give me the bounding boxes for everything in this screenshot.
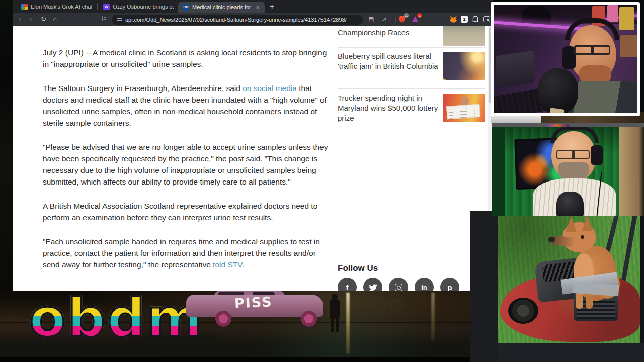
new-tab-button[interactable]: + bbox=[270, 2, 274, 11]
paragraph-text: "Each unsolicited sample handed in requi… bbox=[43, 237, 320, 269]
tab-close-icon[interactable]: × bbox=[255, 4, 260, 11]
metamask-fox-icon[interactable] bbox=[449, 15, 457, 23]
scene-dark-edge bbox=[640, 216, 644, 343]
car-wheel bbox=[301, 311, 317, 327]
related-story-link[interactable]: Trucker spending night in Maryland wins … bbox=[338, 93, 442, 123]
ghost-glyph bbox=[472, 16, 479, 23]
count-glyph: 1 bbox=[461, 16, 468, 23]
story-thumbnail[interactable] bbox=[443, 94, 485, 122]
adblock-icon[interactable]: 1 bbox=[411, 15, 419, 23]
reload-icon[interactable]: ↻ bbox=[41, 15, 46, 23]
forward-icon[interactable]: › bbox=[30, 15, 32, 23]
webcam-host-secondary bbox=[492, 123, 644, 216]
top-bar-decoration bbox=[547, 124, 569, 127]
car-graffiti-text: PISS bbox=[234, 294, 273, 311]
laptop bbox=[496, 51, 534, 88]
social-media-link[interactable]: on social media bbox=[243, 84, 297, 93]
adblock-badge: 1 bbox=[417, 13, 422, 18]
panel-glyph bbox=[483, 16, 490, 22]
mower-wheel bbox=[508, 298, 538, 324]
site-settings-icon[interactable] bbox=[117, 18, 122, 22]
fox-head bbox=[562, 222, 596, 252]
related-story-link[interactable]: Blueberry spill causes literal 'traffic … bbox=[338, 51, 442, 71]
article-paragraph: A British Medical Association Scotland r… bbox=[43, 200, 331, 223]
instagram-glyph bbox=[395, 284, 403, 291]
reader-mode-icon[interactable]: ▤ bbox=[367, 15, 375, 23]
follow-us-heading: Follow Us bbox=[338, 263, 378, 274]
sidebar-panel-icon[interactable] bbox=[482, 15, 491, 23]
light-reflection bbox=[431, 293, 435, 341]
story-thumbnail[interactable] bbox=[443, 52, 485, 80]
person-silhouette bbox=[328, 294, 341, 332]
tab-grok-article[interactable]: Elon Musk's Grok AI chatbot denies t bbox=[17, 0, 96, 13]
stream-stage: Elon Musk's Grok AI chatbot denies t W O… bbox=[0, 0, 644, 362]
fox-ear bbox=[566, 216, 577, 232]
demolition-car: PISS bbox=[186, 291, 323, 323]
tab-title: Elon Musk's Grok AI chatbot denies t bbox=[31, 4, 92, 10]
stream-background-left bbox=[0, 0, 13, 293]
tab-ozzy-article[interactable]: W Ozzy Osbourne brings curtain down bbox=[99, 0, 178, 13]
related-story-link[interactable]: Championship Races bbox=[338, 28, 442, 38]
glasses bbox=[574, 45, 610, 55]
stv-link[interactable]: told STV. bbox=[213, 260, 244, 269]
window-edge-strip bbox=[491, 116, 541, 123]
tab-strip: Elon Musk's Grok AI chatbot denies t W O… bbox=[13, 0, 493, 13]
bottom-black-bar bbox=[0, 357, 470, 362]
microphone-foam bbox=[538, 68, 578, 113]
fox-eye bbox=[581, 235, 584, 239]
glasses bbox=[556, 150, 590, 159]
story-thumbnail[interactable] bbox=[443, 26, 485, 46]
purple-w-favicon: W bbox=[103, 4, 110, 10]
fox-ear bbox=[582, 216, 593, 231]
headphone-earcup bbox=[591, 145, 603, 165]
address-bar[interactable]: upi.com/Odd_News/2025/07/02/scotland-Sal… bbox=[112, 15, 363, 25]
sidebar-divider bbox=[338, 88, 486, 89]
twitter-bird-glyph bbox=[369, 283, 377, 292]
fox-nose bbox=[548, 237, 555, 242]
webcam-video-frame bbox=[494, 5, 637, 113]
tab-title: Ozzy Osbourne brings curtain down bbox=[113, 4, 174, 10]
share-icon[interactable]: ↗ bbox=[380, 15, 388, 23]
article-body: July 2 (UPI) -- A medical clinic in Scot… bbox=[43, 47, 331, 283]
stream-banner: obdm PISS bbox=[0, 291, 470, 357]
shield-badge: 13 bbox=[404, 13, 409, 18]
corner-dot-text: . bbox=[498, 347, 500, 354]
bicycle-wheel bbox=[390, 300, 401, 311]
news-site-favicon bbox=[21, 4, 28, 10]
browser-toolbar: ‹ › ↻ ⌂ ⚐ upi.com/Odd_News/2025/07/02/sc… bbox=[13, 13, 493, 26]
webcam-top-bar bbox=[492, 123, 644, 127]
sidebar-divider bbox=[338, 47, 486, 48]
tab-divider bbox=[97, 3, 98, 10]
back-icon[interactable]: ‹ bbox=[19, 15, 21, 23]
url-text[interactable]: upi.com/Odd_News/2025/07/02/scotland-Sal… bbox=[125, 17, 347, 23]
article-paragraph: The Saltoun Surgery in Fraserburgh, Aber… bbox=[43, 82, 331, 129]
fox-glyph bbox=[450, 16, 457, 23]
home-icon[interactable]: ⌂ bbox=[53, 15, 57, 23]
wall-poster bbox=[619, 7, 634, 30]
tab-title: Medical clinic pleads for a stop t bbox=[192, 4, 252, 10]
upi-favicon: UPI bbox=[183, 4, 189, 11]
ghostery-icon[interactable] bbox=[471, 15, 479, 23]
brave-shield-icon[interactable]: 13 bbox=[398, 15, 406, 23]
browser-window: Elon Musk's Grok AI chatbot denies t W O… bbox=[13, 0, 493, 293]
fox-statue bbox=[558, 220, 625, 312]
scene-dark-bottom bbox=[498, 343, 644, 362]
microphone bbox=[556, 192, 584, 216]
thumbnail-person bbox=[461, 96, 469, 105]
article-paragraph: "Each unsolicited sample handed in requi… bbox=[43, 236, 331, 270]
obdm-logo: obdm bbox=[29, 292, 204, 345]
webcam-host-primary bbox=[491, 2, 640, 116]
tab-medical-clinic-active[interactable]: UPI Medical clinic pleads for a stop t × bbox=[178, 2, 265, 13]
article-paragraph: July 2 (UPI) -- A medical clinic in Scot… bbox=[43, 47, 331, 70]
extension-counter-icon[interactable]: 1 bbox=[460, 15, 468, 23]
curtain-shadow bbox=[492, 127, 505, 216]
article-page: July 2 (UPI) -- A medical clinic in Scot… bbox=[13, 26, 493, 293]
bicycle-silhouette bbox=[373, 295, 406, 312]
silhouette-body bbox=[330, 299, 340, 319]
article-paragraph: "Please be advised that we are no longer… bbox=[43, 141, 331, 188]
thumbnail-check bbox=[446, 104, 480, 120]
wall-poster bbox=[607, 5, 618, 22]
bookmark-icon[interactable]: ⚐ bbox=[101, 15, 107, 23]
wall-right bbox=[619, 127, 644, 216]
paragraph-text: The Saltoun Surgery in Fraserburgh, Aber… bbox=[43, 84, 243, 93]
